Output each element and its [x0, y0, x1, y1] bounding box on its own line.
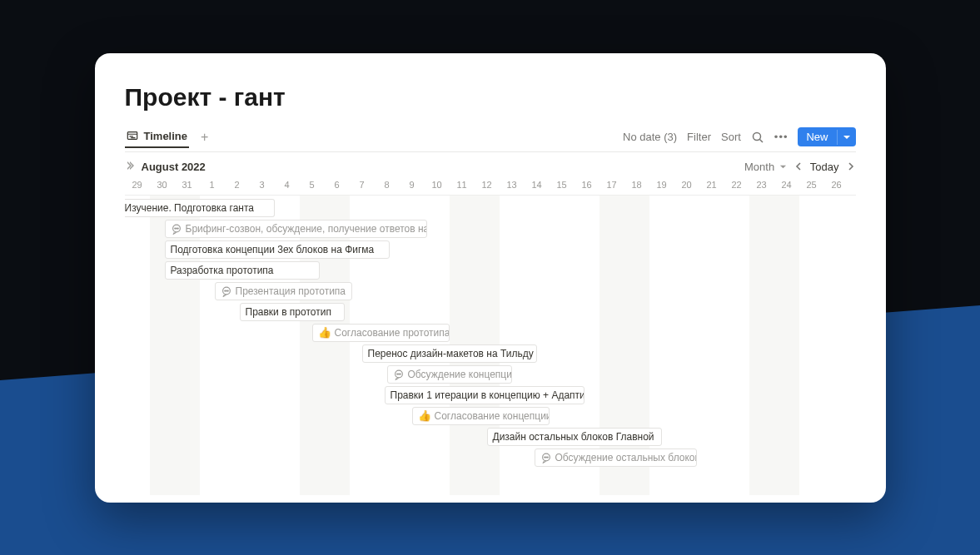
- day-header: 24: [774, 180, 799, 190]
- sort-button[interactable]: Sort: [721, 131, 741, 143]
- svg-point-16: [398, 374, 399, 374]
- day-header: 15: [550, 180, 575, 190]
- svg-point-20: [545, 457, 546, 458]
- next-button[interactable]: [846, 161, 856, 171]
- day-header: 20: [674, 180, 699, 190]
- task-bar[interactable]: 👍Согласование концепции: [412, 407, 550, 425]
- page-title: Проект - гант: [125, 83, 856, 111]
- task-label: Брифинг-созвон, обсуждение, получение от…: [186, 223, 427, 235]
- toolbar-right: No date (3) Filter Sort ••• New: [623, 127, 855, 146]
- task-label: Обсуждение остальных блоков: [555, 452, 697, 463]
- day-header: 25: [799, 180, 824, 190]
- task-label: Согласование прототипа: [335, 327, 450, 339]
- task-bar[interactable]: Обсуждение концепции: [387, 365, 512, 384]
- task-row: Обсуждение остальных блоков: [125, 448, 856, 468]
- day-header: 2: [225, 180, 250, 190]
- scale-dropdown[interactable]: Month: [744, 161, 787, 173]
- task-label: Презентация прототипа: [236, 285, 346, 297]
- task-bar[interactable]: 👍Согласование прототипа: [312, 324, 450, 342]
- svg-point-17: [400, 374, 400, 374]
- more-button[interactable]: •••: [774, 131, 788, 143]
- task-row: Перенос дизайн-макетов на Тильду: [125, 344, 856, 364]
- day-header: 1: [200, 180, 225, 190]
- timeline-nav: Month Today: [744, 161, 855, 173]
- task-bar[interactable]: Обсуждение остальных блоков: [535, 448, 697, 467]
- task-bar[interactable]: Дизайн остальных блоков Главной: [487, 428, 662, 446]
- task-row: Обсуждение концепции: [125, 365, 856, 385]
- task-label: Обсуждение концепции: [408, 369, 512, 380]
- chat-icon: [540, 452, 552, 463]
- thumbs-up-icon: 👍: [318, 326, 331, 339]
- chat-icon: [393, 369, 405, 380]
- timeline-header: August 2022 Month Today: [125, 161, 856, 173]
- day-header: 19: [649, 180, 674, 190]
- filter-button[interactable]: Filter: [687, 131, 711, 143]
- day-header: 29: [125, 180, 150, 190]
- search-button[interactable]: [751, 130, 764, 144]
- day-header: 11: [450, 180, 475, 190]
- timeline-body[interactable]: Изучение. Подготовка гантаБрифинг-созвон…: [125, 196, 856, 495]
- svg-point-11: [224, 290, 225, 291]
- tab-timeline-label: Timeline: [144, 130, 188, 142]
- task-row: Правки 1 итерации в концепцию + Адаптив: [125, 386, 856, 406]
- svg-point-15: [396, 374, 397, 374]
- task-label: Правки в прототип: [246, 306, 331, 318]
- day-header: 4: [275, 180, 300, 190]
- new-button-dropdown[interactable]: [837, 130, 856, 145]
- day-header: 5: [300, 180, 325, 190]
- task-label: Разработка прототипа: [171, 265, 274, 276]
- task-bar[interactable]: Перенос дизайн-макетов на Тильду: [362, 344, 537, 363]
- chevron-down-icon: [843, 133, 851, 141]
- timeline-icon: [127, 130, 140, 143]
- task-row: Разработка прототипа: [125, 261, 856, 281]
- chevron-down-icon: [779, 163, 787, 171]
- svg-point-12: [226, 290, 226, 291]
- day-header: 12: [475, 180, 500, 190]
- day-header: 6: [325, 180, 350, 190]
- task-label: Подготовка концепции 3ех блоков на Фигма: [171, 244, 375, 255]
- task-bar[interactable]: Разработка прототипа: [165, 261, 320, 280]
- task-row: 👍Согласование концепции: [125, 407, 856, 427]
- chevron-right-icon: [846, 161, 856, 171]
- task-bar[interactable]: Брифинг-созвон, обсуждение, получение от…: [165, 220, 427, 238]
- no-date-button[interactable]: No date (3): [623, 131, 677, 143]
- chat-icon: [171, 223, 182, 235]
- add-view-button[interactable]: +: [196, 130, 213, 145]
- toolbar: Timeline + No date (3) Filter Sort ••• N…: [125, 126, 856, 152]
- svg-point-21: [547, 457, 548, 458]
- new-button[interactable]: New: [798, 127, 855, 146]
- task-bar[interactable]: Изучение. Подготовка ганта: [125, 199, 275, 217]
- tab-timeline[interactable]: Timeline: [125, 126, 190, 148]
- svg-point-13: [227, 290, 228, 291]
- task-row: Правки в прототип: [125, 303, 856, 323]
- day-header: 23: [749, 180, 774, 190]
- svg-point-4: [753, 132, 760, 140]
- prev-button[interactable]: [793, 161, 803, 171]
- view-tabs: Timeline +: [125, 126, 214, 148]
- task-bar[interactable]: Правки в прототип: [240, 303, 345, 321]
- task-row: Презентация прототипа: [125, 282, 856, 302]
- day-header: 17: [599, 180, 624, 190]
- task-bar[interactable]: Правки 1 итерации в концепцию + Адаптив: [385, 386, 585, 404]
- svg-point-8: [176, 228, 177, 229]
- day-header: 31: [175, 180, 200, 190]
- day-header: 18: [624, 180, 649, 190]
- day-header: 9: [400, 180, 425, 190]
- day-header: 21: [699, 180, 724, 190]
- day-header: 13: [500, 180, 525, 190]
- task-label: Изучение. Подготовка ганта: [125, 202, 255, 214]
- task-label: Перенос дизайн-макетов на Тильду: [368, 348, 534, 359]
- chat-icon: [221, 285, 232, 297]
- task-bar[interactable]: Подготовка концепции 3ех блоков на Фигма: [165, 240, 390, 259]
- new-button-label: New: [798, 127, 836, 146]
- day-header-row: 2930311234567891011121314151617181920212…: [125, 180, 856, 196]
- task-row: 👍Согласование прототипа: [125, 324, 856, 344]
- timeline-month[interactable]: August 2022: [125, 161, 206, 173]
- task-row: Подготовка концепции 3ех блоков на Фигма: [125, 240, 856, 260]
- svg-point-7: [174, 228, 175, 229]
- svg-point-19: [544, 457, 545, 458]
- day-header: 7: [350, 180, 375, 190]
- month-label: August 2022: [142, 161, 206, 173]
- today-button[interactable]: Today: [810, 161, 839, 173]
- task-bar[interactable]: Презентация прототипа: [215, 282, 352, 300]
